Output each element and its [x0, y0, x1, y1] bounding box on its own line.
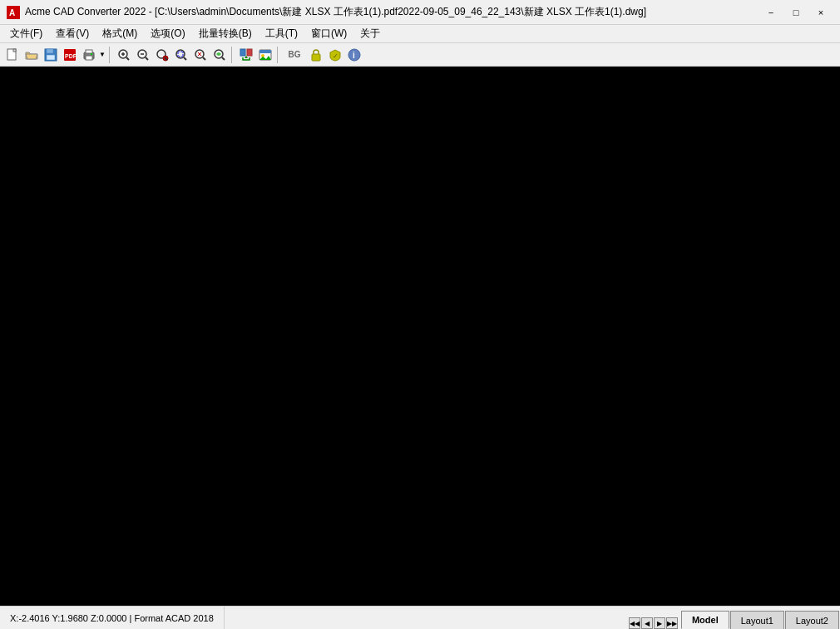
svg-text:PDF: PDF [65, 53, 77, 59]
new-button[interactable] [3, 46, 22, 64]
tab-first-button[interactable]: ◀◀ [629, 617, 640, 629]
svg-rect-33 [247, 49, 252, 56]
menu-window[interactable]: 窗口(W) [304, 25, 353, 42]
separator-1 [109, 47, 112, 63]
print-dropdown: ▼ [80, 46, 106, 64]
menu-view[interactable]: 查看(V) [49, 25, 96, 42]
window-controls: − □ × [758, 4, 833, 21]
bg-button[interactable]: BG [283, 46, 306, 64]
tab-layout1[interactable]: Layout1 [730, 611, 784, 629]
svg-text:✓: ✓ [333, 52, 338, 60]
lock-button[interactable] [307, 46, 325, 64]
window-title: Acme CAD Converter 2022 - [C:\Users\admi… [25, 5, 752, 19]
tab-next-button[interactable]: ▶ [654, 617, 665, 629]
convert-button[interactable] [237, 46, 255, 64]
tab-layout2[interactable]: Layout2 [785, 611, 839, 629]
status-bar: X:-2.4016 Y:1.9680 Z:0.0000 | Format ACA… [0, 606, 840, 629]
svg-line-16 [126, 57, 129, 60]
zoom-window-button[interactable] [172, 46, 190, 64]
svg-line-31 [222, 57, 225, 60]
layout-tabs: ◀◀ ◀ ▶ ▶▶ Model Layout1 Layout2 [622, 607, 840, 629]
svg-rect-24 [178, 52, 183, 57]
save-button[interactable] [42, 46, 60, 64]
print-dropdown-arrow[interactable]: ▼ [98, 46, 106, 64]
canvas-area[interactable] [0, 67, 840, 606]
info-button[interactable]: i [345, 46, 363, 64]
svg-rect-11 [86, 56, 92, 60]
print-button[interactable] [80, 46, 98, 64]
svg-text:i: i [353, 51, 355, 60]
separator-2 [231, 47, 235, 63]
menu-options[interactable]: 选项(O) [144, 25, 191, 42]
zoom-out-button[interactable] [134, 46, 152, 64]
svg-rect-38 [312, 54, 320, 61]
tab-model[interactable]: Model [681, 611, 729, 629]
protect-button[interactable]: ✓ [326, 46, 344, 64]
image-button[interactable] [256, 46, 274, 64]
svg-rect-3 [13, 49, 16, 52]
svg-rect-5 [47, 49, 53, 53]
open-button[interactable] [22, 46, 41, 64]
title-bar: A Acme CAD Converter 2022 - [C:\Users\ad… [0, 0, 840, 25]
svg-rect-10 [86, 50, 92, 53]
minimize-button[interactable]: − [758, 4, 783, 21]
toolbar-main: PDF ▼ [0, 43, 840, 67]
maximize-button[interactable]: □ [783, 4, 808, 21]
svg-rect-32 [240, 49, 245, 56]
status-coordinates: X:-2.4016 Y:1.9680 Z:0.0000 | Format ACA… [0, 607, 225, 629]
zoom-in-button[interactable] [115, 46, 133, 64]
tab-last-button[interactable]: ▶▶ [666, 617, 678, 629]
menu-about[interactable]: 关于 [353, 25, 387, 42]
svg-rect-36 [259, 50, 271, 53]
pan-button[interactable] [153, 46, 171, 64]
app-icon: A [7, 6, 20, 19]
svg-line-19 [146, 57, 148, 60]
pdf-button[interactable]: PDF [61, 46, 79, 64]
svg-line-29 [203, 57, 205, 60]
tab-prev-button[interactable]: ◀ [641, 617, 653, 629]
zoom-extents-button[interactable] [210, 46, 229, 64]
menu-format[interactable]: 格式(M) [96, 25, 144, 42]
svg-rect-12 [91, 53, 92, 55]
close-button[interactable]: × [808, 4, 833, 21]
menu-file[interactable]: 文件(F) [3, 25, 49, 42]
menu-tools[interactable]: 工具(T) [259, 25, 304, 42]
svg-line-25 [184, 57, 186, 60]
zoom-all-button[interactable] [191, 46, 210, 64]
separator-3 [277, 47, 280, 63]
svg-rect-6 [47, 55, 55, 60]
tab-navigation: ◀◀ ◀ ▶ ▶▶ [629, 617, 678, 629]
menu-batch[interactable]: 批量转换(B) [192, 25, 259, 42]
menu-bar: 文件(F) 查看(V) 格式(M) 选项(O) 批量转换(B) 工具(T) 窗口… [0, 25, 840, 43]
svg-text:A: A [9, 8, 15, 17]
